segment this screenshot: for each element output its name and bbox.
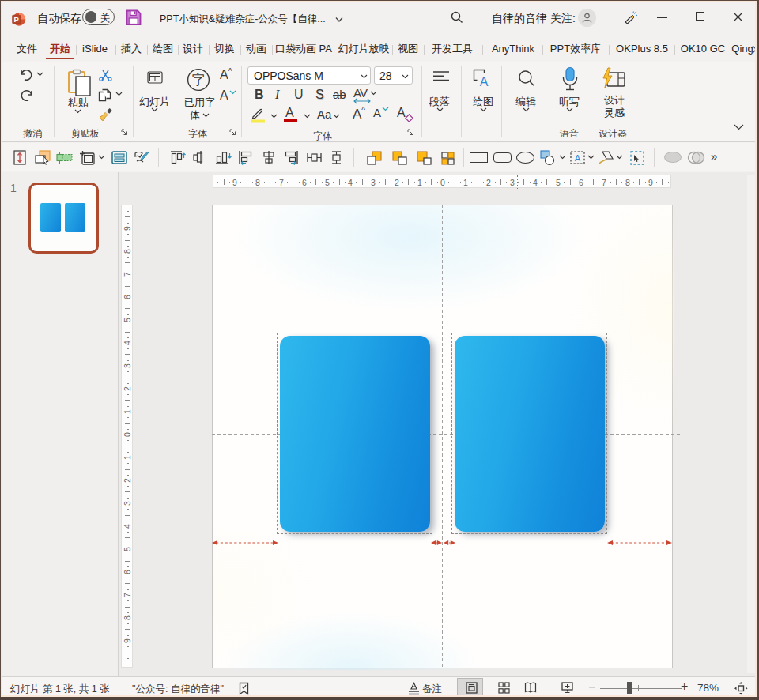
svg-text:字: 字 xyxy=(192,73,206,88)
svg-text:P: P xyxy=(14,15,20,24)
svg-text:A: A xyxy=(575,153,581,163)
svg-text:A: A xyxy=(480,75,489,88)
